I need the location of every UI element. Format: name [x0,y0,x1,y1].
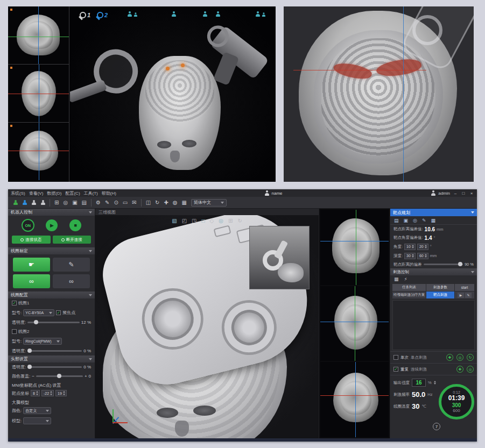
axial-slice-view[interactable] [320,286,389,361]
brain-color-select[interactable]: 自定义 [23,407,51,414]
menu-data[interactable]: 数据(D) [47,190,61,196]
robot-on-button[interactable]: ON [22,219,34,232]
view-back-icon[interactable]: ◳ [192,218,196,224]
connect-status-button[interactable]: 连接状态 [12,236,51,244]
counter-badge[interactable]: 7 [433,423,440,430]
thumb-axial-view[interactable] [8,65,69,123]
angle-min-stepper[interactable]: 10 [404,244,416,250]
grid-icon[interactable]: ▦ [394,276,399,282]
hand-calibration-button[interactable]: ☛ [13,258,50,272]
section-target-planning[interactable]: 靶点规划 [390,209,477,216]
coil1-model-select[interactable]: YC-BY50A [23,309,54,316]
menu-system[interactable]: 系统(S) [11,190,25,196]
view-iso-icon[interactable]: ◇ [210,218,214,224]
minus-button[interactable]: − [32,374,34,379]
patient-edit-icon[interactable] [31,200,36,205]
add-icon[interactable]: ✚ [164,200,168,205]
menu-tools[interactable]: 工具(T) [84,190,98,196]
angle-max-stepper[interactable]: 20 [417,244,428,250]
stepper-arrows[interactable] [434,381,437,385]
single-action-icon[interactable]: ↻ [467,354,474,361]
save-icon[interactable]: ▣ [404,218,409,223]
single-checkbox[interactable] [393,355,398,360]
brain-model-select[interactable] [23,417,51,424]
coil-1-marker[interactable]: 1 [79,12,90,19]
coil2-opacity-slider[interactable] [27,350,82,352]
brain-overlay-panel[interactable] [284,6,474,182]
mail-icon[interactable]: ✉ [132,200,136,205]
refresh-icon[interactable]: ↻ [155,200,159,205]
task-edit-button[interactable]: ✎ [465,293,472,298]
focus-checkbox[interactable] [56,310,61,315]
coil2-calibration-button[interactable]: ∞ [53,274,90,288]
coil2-checkbox[interactable] [12,329,17,334]
robot-start-button[interactable]: ▶ [46,219,58,231]
repeat-action-icon[interactable]: ✚ [456,366,463,373]
coronal-slice-view[interactable] [320,362,389,437]
section-stimulation-control[interactable]: 刺激控制 [390,268,477,275]
thumb-coronal-view[interactable] [8,123,69,180]
save-icon[interactable]: ▣ [72,200,77,205]
3d-viewport[interactable]: ▧ ◰ ◳ □ ◇ ◎ ⊞ ↻ [95,215,319,438]
task-start-button[interactable]: ▶ [458,293,464,298]
main-3d-scene[interactable]: 1 2 [70,6,276,182]
section-coil-calibration[interactable]: 线圈标定 [8,247,95,254]
table-icon[interactable]: ▦ [182,200,187,205]
depth-max-stepper[interactable]: 60 [417,253,428,259]
menu-view[interactable]: 查看(V) [29,190,44,196]
coil-2-marker[interactable]: 2 [96,12,108,19]
overlay-slider[interactable] [36,375,83,377]
menu-config[interactable]: 配置(C) [65,190,80,196]
menu-help[interactable]: 帮助(H) [102,190,116,196]
repeat-action-icon[interactable]: ◎ [467,366,474,373]
camera-icon[interactable]: ⊙ [114,200,118,205]
monitor-icon[interactable]: ▭ [123,200,128,205]
table-row[interactable]: 经颅磁刺激治疗方案 靶点刺激 ▶ ✎ [392,291,475,298]
view-target-icon[interactable]: ◎ [219,218,223,224]
target-icon[interactable]: ◎ [63,200,68,205]
repeat-checkbox[interactable] [393,367,398,372]
task-list-area[interactable] [392,300,475,350]
depth-min-stepper[interactable]: 30 [404,253,416,259]
view-front-icon[interactable]: ◰ [182,218,187,224]
edit-icon[interactable]: ✎ [105,200,109,205]
patient-list-icon[interactable] [40,200,45,205]
inset-view[interactable] [249,226,310,289]
patient-add-icon[interactable] [13,200,18,205]
plus-button[interactable]: + [85,374,87,379]
section-robot-control[interactable]: 机器人控制 [8,209,95,216]
single-action-icon[interactable]: ✚ [446,354,453,361]
patient-select-icon[interactable] [22,200,27,205]
maximize-button[interactable]: □ [461,191,466,196]
coil1-checkbox[interactable] [12,301,17,305]
target-y-stepper[interactable]: -22 [41,390,54,396]
coil1-opacity-slider[interactable] [27,322,80,323]
single-action-icon[interactable]: ◎ [456,354,463,361]
output-intensity-field[interactable]: 16 [412,379,426,387]
grid-icon[interactable]: ⊞ [54,200,59,205]
list-icon[interactable]: ▦ [431,218,435,223]
folder-icon[interactable]: ▤ [394,218,399,223]
coil1-calibration-button[interactable]: ∞ [13,274,50,288]
folder-icon[interactable]: ▤ [82,200,87,205]
target-z-stepper[interactable]: 19 [55,390,67,396]
lightning-icon[interactable]: ⚡ [404,276,407,282]
brain-icon[interactable]: ◍ [173,200,178,205]
section-coil-config[interactable]: 线圈配置 [8,291,95,298]
view-box-icon[interactable]: □ [202,218,205,224]
language-select[interactable]: 简体中文 [191,199,227,207]
view-cube-icon[interactable]: ▧ [172,218,177,224]
robot-stop-button[interactable]: ■ [69,219,81,231]
thumb-sagittal-view[interactable] [8,6,69,65]
target-x-stepper[interactable]: 8 [31,390,40,396]
view-reset-icon[interactable]: ↻ [237,218,242,224]
target-deviation-slider[interactable] [424,264,463,265]
coil2-model-select[interactable]: RingCoil(PMW) [23,338,62,345]
target-icon[interactable]: ◎ [413,218,417,223]
view-grid-icon[interactable]: ⊞ [228,218,233,224]
gear-icon[interactable]: ⚙ [96,200,101,205]
edit-icon[interactable]: ✎ [422,218,426,223]
head-opacity-slider[interactable] [27,366,82,368]
section-head-settings[interactable]: 头部设置 [8,355,95,362]
disconnect-button[interactable]: 断开连接 [53,236,92,244]
